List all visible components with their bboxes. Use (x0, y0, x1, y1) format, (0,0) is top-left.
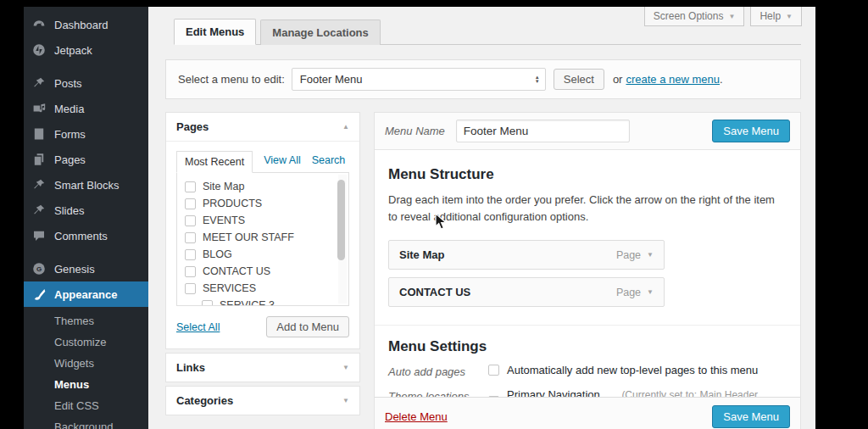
links-panel: Links▼ (165, 353, 360, 382)
sidebar-item-dashboard[interactable]: Dashboard (24, 12, 148, 37)
select-all-link[interactable]: Select All (176, 321, 220, 333)
auto-add-pages-text: Automatically add new top-level pages to… (507, 364, 758, 376)
page-item-label: EVENTS (203, 214, 245, 226)
chevron-down-icon: ▼ (342, 364, 349, 371)
auto-add-pages-checkbox[interactable] (488, 365, 499, 376)
appearance-icon (32, 287, 46, 301)
genesis-icon: G (32, 262, 46, 276)
sidebar-item-label: Appearance (54, 288, 117, 301)
sidebar-item-comments[interactable]: Comments (24, 223, 148, 248)
page-item-label: BLOG (203, 248, 232, 260)
sidebar-item-pages[interactable]: Pages (24, 147, 148, 172)
page-item-label: CONTACT US (203, 265, 270, 277)
pages-checklist: Site MapPRODUCTSEVENTSMEET OUR STAFFBLOG… (176, 172, 349, 306)
chevron-down-icon: ▼ (728, 13, 735, 20)
scrollbar-thumb[interactable] (337, 180, 345, 260)
page-checkbox-services[interactable] (185, 283, 196, 294)
page-item-label: SERVICE 3 (220, 299, 275, 306)
help-label: Help (760, 10, 781, 22)
pages-tab-search[interactable]: Search (312, 154, 346, 172)
delete-menu-link[interactable]: Delete Menu (385, 410, 448, 423)
sidebar-item-appearance[interactable]: Appearance (24, 281, 148, 307)
pages-tab-most-recent[interactable]: Most Recent (176, 151, 253, 173)
page-list-item: MEET OUR STAFF (185, 231, 335, 243)
submenu-item-background[interactable]: Background (24, 416, 148, 429)
links-panel-header[interactable]: Links▼ (166, 354, 359, 382)
pages-panel-header[interactable]: Pages ▲ (166, 113, 359, 142)
sidebar-item-smart-blocks[interactable]: Smart Blocks (24, 172, 148, 198)
menu-name-label: Menu Name (385, 125, 445, 137)
admin-sidebar: DashboardJetpackPostsMediaFormsPagesSmar… (24, 7, 148, 429)
submenu-item-edit-css[interactable]: Edit CSS (24, 395, 148, 416)
chevron-down-icon[interactable]: ▼ (647, 288, 654, 296)
period-text: . (720, 73, 723, 86)
menu-item-type-label: Page (616, 249, 641, 261)
page-list-item: BLOG (185, 248, 335, 260)
theme-location-note: (Currently set to: Main Header Navigatio… (621, 389, 787, 397)
menu-item-label: CONTACT US (399, 286, 470, 298)
screen-options-button[interactable]: Screen Options ▼ (644, 7, 745, 26)
page-checkbox-site-map[interactable] (185, 181, 196, 192)
add-to-menu-button[interactable]: Add to Menu (266, 316, 349, 337)
page-checkbox-blog[interactable] (185, 249, 196, 260)
theme-locations-row: Theme locations Primary Navigation Menu(… (388, 388, 787, 397)
or-text: or (613, 73, 623, 86)
submenu-item-themes[interactable]: Themes (24, 310, 148, 332)
save-menu-button-top[interactable]: Save Menu (712, 120, 790, 142)
page-checkbox-events[interactable] (185, 215, 196, 226)
tab-manage-locations[interactable]: Manage Locations (260, 20, 380, 45)
page-checkbox-service-3[interactable] (202, 300, 213, 307)
pages-tabs: Most RecentView AllSearch (176, 151, 349, 172)
chevron-down-icon: ▼ (786, 13, 793, 20)
sidebar-item-label: Pages (54, 153, 86, 166)
chevron-down-icon[interactable]: ▼ (647, 251, 654, 259)
menu-structure-description: Drag each item into the order you prefer… (388, 192, 787, 226)
media-icon (32, 102, 46, 115)
menu-select-dropdown[interactable]: Footer Menu ▲▼ (292, 68, 546, 91)
sidebar-item-label: Genesis (54, 263, 95, 276)
sidebar-item-label: Media (54, 103, 84, 115)
menu-settings-title: Menu Settings (388, 338, 787, 355)
page-checkbox-contact-us[interactable] (185, 266, 196, 277)
create-new-menu-link[interactable]: create a new menu (626, 73, 720, 86)
sidebar-item-posts[interactable]: Posts (24, 70, 148, 96)
sidebar-item-label: Smart Blocks (54, 179, 120, 192)
page-checkbox-products[interactable] (185, 198, 196, 209)
select-button[interactable]: Select (554, 69, 604, 90)
appearance-submenu: ThemesCustomizeWidgetsMenusEdit CSSBackg… (24, 307, 148, 429)
submenu-item-menus[interactable]: Menus (24, 374, 148, 395)
categories-panel-title: Categories (176, 394, 233, 407)
scrollbar-track[interactable] (338, 175, 347, 304)
page-checkbox-meet-our-staff[interactable] (185, 232, 196, 243)
page-list-item: PRODUCTS (185, 198, 335, 209)
page-item-label: MEET OUR STAFF (203, 231, 294, 243)
pages-tab-view-all[interactable]: View All (264, 154, 301, 172)
save-menu-button-bottom[interactable]: Save Menu (712, 405, 790, 428)
menu-structure-item-site-map[interactable]: Site MapPage▼ (388, 240, 665, 270)
page-list-item: EVENTS (185, 214, 335, 226)
menu-select-value: Footer Menu (300, 73, 363, 86)
select-stepper-icon: ▲▼ (535, 75, 540, 84)
menu-name-bar: Menu Name Save Menu (375, 113, 800, 150)
tab-edit-menus[interactable]: Edit Menus (174, 19, 256, 45)
sidebar-item-genesis[interactable]: GGenesis (24, 256, 148, 281)
jetpack-icon (32, 43, 46, 57)
sidebar-item-media[interactable]: Media (24, 96, 148, 121)
menu-item-type: Page▼ (616, 249, 654, 261)
comments-icon (32, 229, 46, 242)
menu-name-input[interactable] (456, 120, 630, 142)
menu-structure-item-contact-us[interactable]: CONTACT USPage▼ (388, 277, 665, 307)
links-panel-title: Links (176, 361, 205, 374)
sidebar-item-jetpack[interactable]: Jetpack (24, 37, 148, 63)
menu-items-column: Pages ▲ Most RecentView AllSearch Site M… (165, 112, 360, 415)
sidebar-item-forms[interactable]: Forms (24, 121, 148, 147)
pages-panel-title: Pages (176, 120, 209, 133)
screen-options-label: Screen Options (654, 10, 724, 22)
menu-editor-panel: Menu Name Save Menu Menu Structure Drag … (374, 112, 801, 429)
screenshot-stage: DashboardJetpackPostsMediaFormsPagesSmar… (0, 0, 868, 429)
submenu-item-widgets[interactable]: Widgets (24, 353, 148, 374)
categories-panel-header[interactable]: Categories▼ (166, 387, 359, 415)
help-button[interactable]: Help ▼ (750, 7, 802, 26)
sidebar-item-slides[interactable]: Slides (24, 198, 148, 223)
submenu-item-customize[interactable]: Customize (24, 332, 148, 353)
